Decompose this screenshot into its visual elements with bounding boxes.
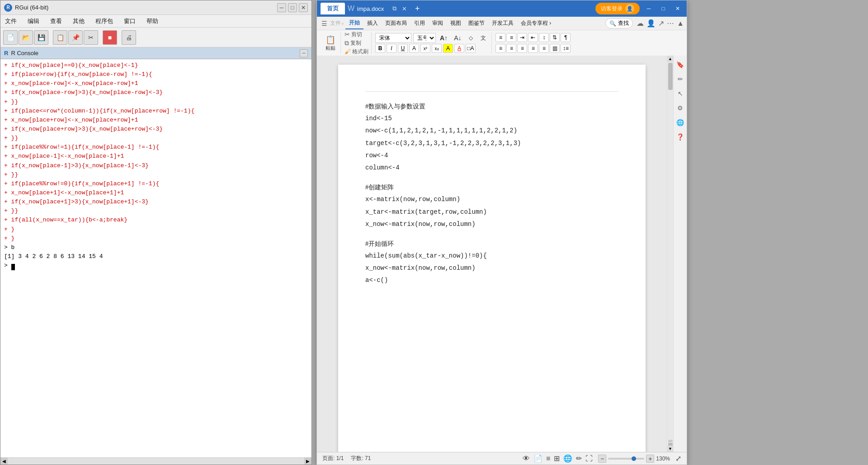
wps-tab-home[interactable]: 首页 [321, 3, 345, 14]
menu-window[interactable]: 窗口 [121, 16, 138, 26]
font-color-button[interactable]: A [454, 44, 464, 53]
nav-item-icon-section[interactable]: 图鉴节 [465, 18, 488, 29]
sidebar-tool-6[interactable]: ❓ [675, 132, 686, 142]
hamburger-menu[interactable]: ☰ [320, 19, 329, 28]
scroll-mini-down[interactable] [668, 443, 673, 446]
zoom-in-button[interactable]: + [646, 455, 654, 463]
nav-item-view[interactable]: 视图 [447, 18, 465, 29]
wps-vscroll[interactable]: ▲ ▼ [667, 56, 673, 452]
wps-minimize-button[interactable]: ─ [643, 3, 654, 14]
zoom-thumb[interactable] [632, 456, 636, 461]
print-button[interactable]: 🖨 [122, 30, 136, 45]
nav-item-vip[interactable]: 会员专享程 › [517, 18, 555, 29]
superscript-button[interactable]: x² [420, 44, 430, 53]
sidebar-tool-5[interactable]: 🌐 [675, 117, 686, 128]
view-outline-icon[interactable]: ⊞ [554, 454, 560, 463]
zoom-slider[interactable] [608, 458, 644, 460]
clear-format-button[interactable]: ◇ [465, 33, 476, 42]
paste-button[interactable]: 📌 [68, 30, 83, 45]
menu-view[interactable]: 查看 [47, 16, 65, 26]
indent-left-button[interactable]: ⇤ [528, 33, 538, 42]
new-file-button[interactable]: 📄 [3, 30, 18, 45]
fullscreen-button[interactable]: ⤢ [675, 454, 681, 463]
zoom-out-button[interactable]: − [598, 455, 606, 463]
wps-search-box[interactable]: 🔍 查找 [605, 18, 633, 28]
view-fullscreen-icon[interactable]: ⛶ [585, 455, 593, 463]
list-bullet-button[interactable]: ≡ [495, 33, 505, 42]
save-file-button[interactable]: 💾 [34, 30, 48, 45]
font-grow-button[interactable]: A↑ [438, 33, 450, 42]
list-number-button[interactable]: ≡ [506, 33, 516, 42]
scroll-up-arrow[interactable]: ▲ [667, 56, 674, 62]
scroll-track[interactable] [667, 62, 673, 439]
line-spacing-button[interactable]: ↕ [539, 33, 549, 42]
indent-right-button[interactable]: ⇥ [517, 33, 527, 42]
view-focus-icon[interactable]: 🌐 [563, 454, 572, 463]
copy-button[interactable]: 📋 [53, 30, 67, 45]
paste-button[interactable]: 📋 粘贴 [323, 33, 338, 53]
menu-packages[interactable]: 程序包 [93, 16, 116, 26]
format-painter-button[interactable]: 🖌 格式刷 [344, 48, 368, 56]
scroll-right-arrow[interactable]: ▶ [304, 458, 311, 465]
sidebar-tool-3[interactable]: ↖ [675, 88, 686, 99]
view-read-icon[interactable]: 👁 [523, 455, 530, 463]
distribute-button[interactable]: ≡ [539, 44, 549, 53]
cloud-icon[interactable]: ☁ [637, 19, 644, 28]
columns-button[interactable]: ▥ [550, 44, 560, 53]
open-file-button[interactable]: 📂 [19, 30, 33, 45]
copy-button[interactable]: ⧉ 复制 [344, 39, 368, 47]
sort-button[interactable]: ⇅ [550, 33, 560, 42]
maximize-button[interactable]: □ [288, 3, 297, 12]
view-edit-icon[interactable]: ✏ [576, 454, 582, 463]
nav-item-layout[interactable]: 页面布局 [382, 18, 410, 29]
highlight-button[interactable]: A [443, 44, 453, 53]
menu-other[interactable]: 其他 [70, 16, 87, 26]
view-print-icon[interactable]: 📄 [533, 454, 542, 463]
wps-doc-scroll[interactable]: #数据输入与参数设置 ind<-15 now<-c(1,1,2,1,2,1,-1… [317, 56, 667, 452]
wps-maximize-button[interactable]: □ [658, 3, 669, 14]
sidebar-tool-2[interactable]: ✏ [675, 74, 686, 85]
font-family-select[interactable]: 宋体 [375, 33, 411, 43]
sidebar-tool-1[interactable]: 🔖 [675, 59, 686, 70]
font-size-select[interactable]: 五号 [413, 33, 436, 43]
scroll-down-arrow[interactable]: ▼ [667, 446, 674, 452]
menu-edit[interactable]: 编辑 [25, 16, 42, 26]
login-button[interactable]: 访客登录 👤 [595, 3, 640, 14]
show-marks-button[interactable]: ¶ [561, 33, 571, 42]
font-color-a-button[interactable]: A [409, 44, 419, 53]
text-box-button[interactable]: □A [466, 44, 476, 53]
horizontal-scrollbar[interactable]: ◀ ▶ [0, 457, 311, 465]
doc-close-button[interactable]: ✕ [400, 5, 408, 13]
bold-button[interactable]: B [375, 44, 385, 53]
scroll-left-arrow[interactable]: ◀ [0, 458, 8, 465]
italic-button[interactable]: I [387, 44, 396, 53]
minimize-button[interactable]: ─ [277, 3, 286, 12]
console-minimize-button[interactable]: ─ [300, 49, 308, 57]
cut-button[interactable]: ✂ [84, 30, 98, 45]
align-left-button[interactable]: ≡ [495, 44, 505, 53]
user-icon[interactable]: 👤 [646, 19, 656, 28]
align-right-button[interactable]: ≡ [517, 44, 527, 53]
run-button[interactable]: ■ [103, 30, 117, 45]
sidebar-tool-4[interactable]: ⚙ [675, 103, 686, 113]
menu-help[interactable]: 帮助 [144, 16, 161, 26]
menu-file[interactable]: 文件 [2, 16, 19, 26]
font-shrink-button[interactable]: A↓ [452, 33, 463, 42]
nav-item-dev-tools[interactable]: 开发工具 [488, 18, 517, 29]
align-justify-button[interactable]: ≡ [528, 44, 538, 53]
collapse-icon[interactable]: ▲ [677, 19, 684, 28]
wps-close-button[interactable]: ✕ [672, 3, 683, 14]
nav-item-review[interactable]: 审阅 [429, 18, 447, 29]
phonetic-button[interactable]: 文 [478, 33, 489, 42]
share-icon[interactable]: ↗ [658, 19, 664, 28]
scroll-thumb[interactable] [668, 63, 673, 90]
nav-item-insert[interactable]: 插入 [363, 18, 382, 29]
subscript-button[interactable]: x₂ [432, 44, 442, 53]
close-button[interactable]: ✕ [299, 3, 308, 12]
align-center-button[interactable]: ≡ [506, 44, 516, 53]
scroll-mini-up[interactable] [668, 440, 673, 442]
new-tab-button[interactable]: + [411, 2, 424, 15]
nav-item-start[interactable]: 开始 [345, 17, 363, 29]
underline-button[interactable]: U [398, 44, 408, 53]
view-web-icon[interactable]: ≡ [546, 455, 550, 463]
